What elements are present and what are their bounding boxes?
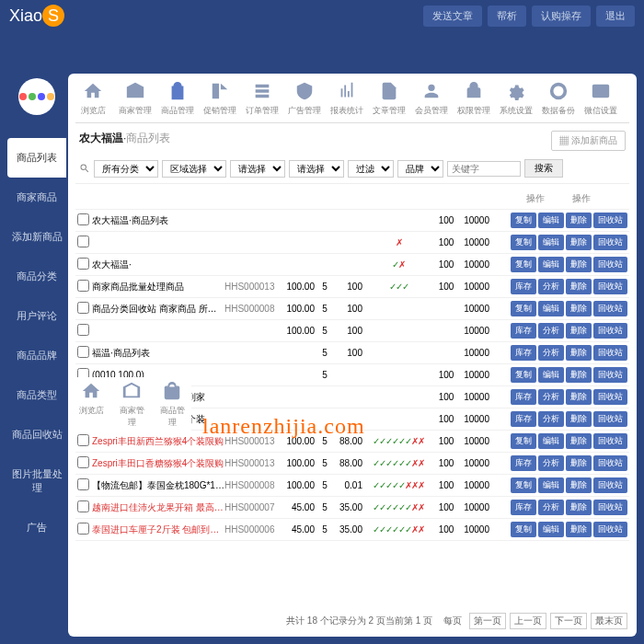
sidebar-item-7[interactable]: 商品回收站 — [7, 415, 66, 454]
sidebar-item-6[interactable]: 商品类型 — [7, 375, 66, 415]
op-btn-3[interactable]: 回收站 — [593, 477, 627, 493]
op-btn-0[interactable]: 库存 — [511, 323, 536, 339]
op-btn-0[interactable]: 复制 — [511, 301, 536, 316]
toolbar-1[interactable]: 商家管理 — [118, 81, 153, 117]
row-checkbox[interactable] — [77, 500, 89, 512]
row-checkbox[interactable] — [77, 213, 89, 225]
op-btn-0[interactable]: 库存 — [511, 389, 536, 405]
op-btn-1[interactable]: 分析 — [538, 323, 564, 339]
mini-shop-icon[interactable]: 商家管理 — [116, 381, 147, 429]
toolbar-9[interactable]: 权限管理 — [456, 81, 491, 117]
search-button[interactable]: 搜索 — [524, 159, 563, 178]
op-btn-0[interactable]: 复制 — [511, 235, 536, 250]
row-checkbox[interactable] — [77, 236, 89, 247]
filter-sel1[interactable]: 请选择 — [230, 160, 285, 178]
sidebar-item-3[interactable]: 商品分类 — [7, 257, 66, 296]
op-btn-3[interactable]: 回收站 — [593, 455, 627, 471]
op-btn-2[interactable]: 删除 — [566, 213, 592, 228]
op-btn-1[interactable]: 编辑 — [538, 235, 564, 250]
op-btn-2[interactable]: 删除 — [566, 433, 592, 449]
op-btn-1[interactable]: 编辑 — [538, 433, 564, 449]
filter-brand[interactable]: 品牌 — [397, 160, 443, 178]
row-checkbox[interactable] — [77, 523, 89, 535]
topnav-cache[interactable]: 认购操存 — [532, 6, 591, 27]
op-btn-3[interactable]: 回收站 — [593, 345, 627, 361]
op-btn-3[interactable]: 回收站 — [593, 279, 627, 294]
op-btn-2[interactable]: 删除 — [566, 477, 592, 493]
toolbar-12[interactable]: 微信设置 — [583, 81, 618, 117]
op-btn-1[interactable]: 分析 — [538, 345, 564, 361]
op-btn-2[interactable]: 删除 — [566, 389, 592, 405]
toolbar-0[interactable]: 浏览店 — [75, 81, 110, 117]
op-btn-1[interactable]: 分析 — [538, 411, 564, 427]
toolbar-7[interactable]: 文章管理 — [372, 81, 407, 117]
row-checkbox[interactable] — [77, 324, 89, 336]
op-btn-1[interactable]: 编辑 — [538, 367, 564, 383]
pager-next[interactable]: 下一页 — [550, 613, 587, 629]
op-btn-1[interactable]: 编辑 — [538, 213, 564, 228]
op-btn-1[interactable]: 编辑 — [538, 522, 564, 537]
row-checkbox[interactable] — [77, 434, 89, 446]
row-checkbox[interactable] — [77, 258, 89, 270]
op-btn-3[interactable]: 回收站 — [593, 433, 627, 449]
op-btn-1[interactable]: 分析 — [538, 389, 564, 405]
toolbar-2[interactable]: 商品管理 — [160, 81, 195, 117]
op-btn-0[interactable]: 复制 — [511, 257, 536, 272]
op-btn-0[interactable]: 复制 — [511, 522, 536, 537]
add-product-button[interactable]: ▦ 添加新商品 — [551, 131, 626, 151]
sidebar-item-9[interactable]: 广告 — [7, 508, 66, 547]
op-btn-0[interactable]: 库存 — [511, 455, 536, 471]
op-btn-0[interactable]: 复制 — [511, 477, 536, 493]
toolbar-3[interactable]: 促销管理 — [202, 81, 237, 117]
op-btn-2[interactable]: 删除 — [566, 367, 592, 383]
sidebar-item-5[interactable]: 商品品牌 — [7, 336, 66, 375]
op-btn-3[interactable]: 回收站 — [593, 301, 627, 316]
op-btn-3[interactable]: 回收站 — [593, 235, 627, 250]
op-btn-3[interactable]: 回收站 — [593, 367, 627, 383]
op-btn-3[interactable]: 回收站 — [593, 213, 627, 228]
op-btn-2[interactable]: 删除 — [566, 500, 592, 515]
op-btn-1[interactable]: 编辑 — [538, 477, 564, 493]
mini-bag-icon[interactable]: 商品管理 — [156, 381, 188, 429]
row-checkbox[interactable] — [77, 456, 89, 468]
toolbar-5[interactable]: 广告管理 — [287, 81, 322, 117]
row-checkbox[interactable] — [77, 478, 89, 490]
op-btn-1[interactable]: 编辑 — [538, 257, 564, 272]
filter-region[interactable]: 区域选择 — [162, 160, 226, 178]
row-checkbox[interactable] — [77, 302, 89, 314]
op-btn-2[interactable]: 删除 — [566, 345, 592, 361]
op-btn-1[interactable]: 分析 — [538, 500, 564, 515]
pager-prev[interactable]: 上一页 — [510, 613, 546, 629]
toolbar-10[interactable]: 系统设置 — [499, 81, 534, 117]
pager-last[interactable]: 最末页 — [591, 613, 627, 629]
sidebar-item-8[interactable]: 图片批量处理 — [7, 454, 66, 508]
op-btn-3[interactable]: 回收站 — [593, 411, 627, 427]
op-btn-0[interactable]: 库存 — [511, 345, 536, 361]
toolbar-6[interactable]: 报表统计 — [329, 81, 364, 117]
toolbar-11[interactable]: 数据备份 — [541, 81, 576, 117]
op-btn-1[interactable]: 分析 — [538, 455, 564, 471]
op-btn-2[interactable]: 删除 — [566, 257, 592, 272]
sidebar-item-0[interactable]: 商品列表 — [7, 138, 66, 178]
op-btn-3[interactable]: 回收站 — [593, 500, 627, 515]
toolbar-4[interactable]: 订单管理 — [245, 81, 280, 117]
op-btn-2[interactable]: 删除 — [566, 323, 592, 339]
op-btn-2[interactable]: 删除 — [566, 279, 592, 294]
op-btn-3[interactable]: 回收站 — [593, 257, 627, 272]
sidebar-item-1[interactable]: 商家商品 — [7, 178, 66, 217]
mini-home-icon[interactable]: 浏览店 — [75, 381, 107, 429]
op-btn-2[interactable]: 删除 — [566, 455, 592, 471]
op-btn-0[interactable]: 库存 — [511, 411, 536, 427]
toolbar-8[interactable]: 会员管理 — [414, 81, 449, 117]
op-btn-1[interactable]: 编辑 — [538, 301, 564, 316]
op-btn-3[interactable]: 回收站 — [593, 389, 627, 405]
row-checkbox[interactable] — [77, 280, 89, 292]
filter-category[interactable]: 所有分类 — [94, 160, 158, 178]
op-btn-3[interactable]: 回收站 — [593, 522, 627, 537]
pager-first[interactable]: 第一页 — [469, 613, 506, 629]
op-btn-2[interactable]: 删除 — [566, 301, 592, 316]
sidebar-item-4[interactable]: 用户评论 — [7, 296, 66, 336]
filter-sel2[interactable]: 请选择 — [289, 160, 344, 178]
op-btn-0[interactable]: 复制 — [511, 367, 536, 383]
op-btn-0[interactable]: 复制 — [511, 433, 536, 449]
